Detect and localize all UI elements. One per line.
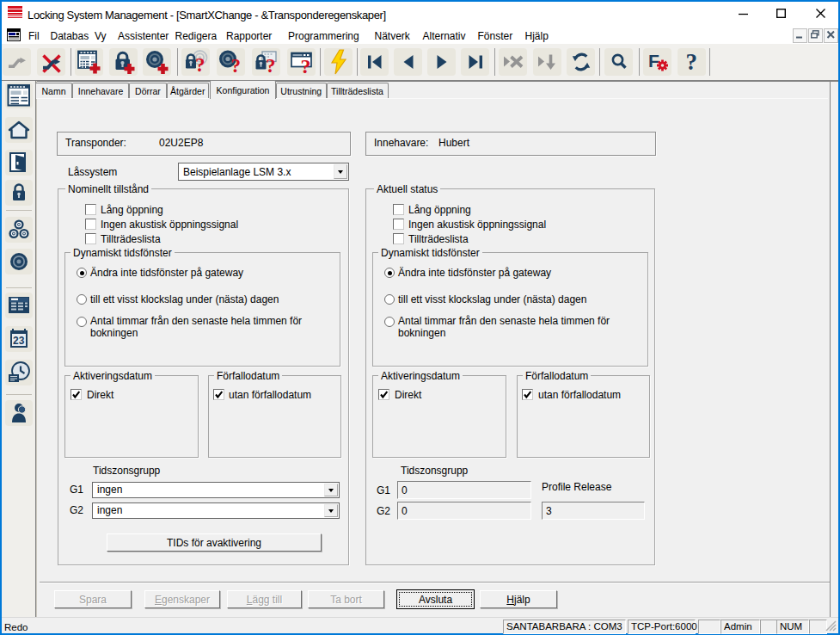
svg-text:?: ? [685, 50, 697, 74]
svg-text:?: ? [300, 55, 310, 74]
svg-text:F: F [648, 51, 659, 71]
svg-text:?: ? [230, 55, 241, 74]
svg-text:?: ? [266, 55, 276, 74]
svg-text:23: 23 [13, 335, 25, 347]
svg-text:?: ? [195, 54, 205, 74]
